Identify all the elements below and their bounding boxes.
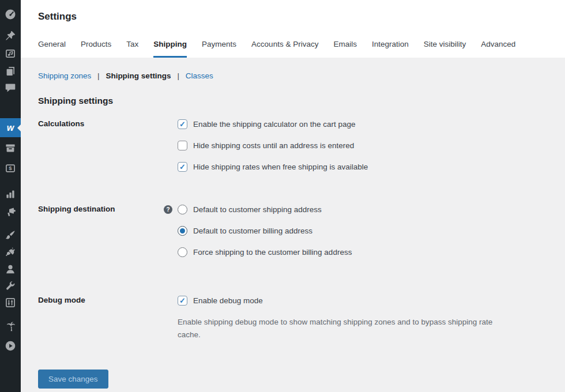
tab-integration[interactable]: Integration bbox=[372, 40, 409, 58]
debug-mode-label: Debug mode bbox=[38, 295, 178, 304]
checkbox[interactable]: ✓ bbox=[178, 119, 187, 129]
subnav-separator: | bbox=[97, 71, 100, 80]
subnav-current-shipping-settings: Shipping settings bbox=[106, 71, 171, 80]
debug-mode-description: Enable shipping debug mode to show match… bbox=[178, 316, 512, 342]
check-icon: ✓ bbox=[179, 120, 186, 128]
radio[interactable] bbox=[178, 205, 187, 214]
dollar-box-icon: $ bbox=[5, 163, 16, 174]
tab-shipping[interactable]: Shipping bbox=[153, 40, 187, 58]
option-label: Default to customer billing address bbox=[193, 227, 312, 235]
shipping-subnav: Shipping zones | Shipping settings | Cla… bbox=[38, 71, 548, 80]
checkbox[interactable]: ✓ bbox=[178, 141, 187, 150]
comment-bubble-icon bbox=[5, 82, 16, 93]
woocommerce-icon: w bbox=[7, 123, 14, 133]
sidebar-item-pages[interactable] bbox=[0, 63, 21, 80]
help-icon[interactable]: ? bbox=[164, 205, 172, 214]
check-icon: ✓ bbox=[179, 297, 186, 304]
sidebar-item-posts[interactable] bbox=[0, 27, 21, 44]
sidebar-item-plugins[interactable] bbox=[0, 243, 21, 261]
main-area: Settings General Products Tax Shipping P… bbox=[21, 0, 565, 392]
tab-payments[interactable]: Payments bbox=[202, 40, 236, 58]
sidebar-item-settings[interactable] bbox=[0, 294, 21, 311]
section-heading: Shipping settings bbox=[38, 96, 548, 106]
megaphone-icon bbox=[5, 206, 16, 218]
option-label: Force shipping to the customer billing a… bbox=[193, 248, 352, 257]
option-force-billing-address[interactable]: Force shipping to the customer billing a… bbox=[178, 246, 548, 258]
sidebar-item-payments[interactable]: $ bbox=[0, 160, 21, 177]
tab-advanced[interactable]: Advanced bbox=[481, 40, 515, 58]
woocommerce-settings-page: w $ Settings General Products Tax Shippi… bbox=[0, 0, 565, 392]
shipping-destination-label: Shipping destination bbox=[38, 203, 178, 213]
option-default-shipping-address[interactable]: Default to customer shipping address bbox=[178, 203, 548, 216]
sidebar-item-palm-plugin[interactable] bbox=[0, 318, 21, 336]
calculations-row: Calculations ✓ Enable the shipping calcu… bbox=[38, 118, 548, 173]
pushpin-icon bbox=[5, 30, 16, 42]
sidebar-item-marketing[interactable] bbox=[0, 203, 21, 221]
checkbox[interactable]: ✓ bbox=[178, 162, 187, 172]
option-label: Enable the shipping calculator on the ca… bbox=[193, 120, 355, 129]
subnav-link-classes[interactable]: Classes bbox=[186, 71, 213, 80]
sliders-icon bbox=[5, 297, 16, 308]
option-label: Enable debug mode bbox=[193, 296, 263, 305]
tab-site-visibility[interactable]: Site visibility bbox=[424, 40, 466, 58]
sidebar-item-products[interactable] bbox=[0, 140, 21, 157]
archive-box-icon bbox=[5, 142, 16, 154]
checkbox[interactable]: ✓ bbox=[178, 296, 187, 306]
palm-tree-icon bbox=[5, 321, 16, 333]
shipping-destination-row: Shipping destination ? Default to custom… bbox=[38, 203, 548, 258]
sidebar-item-dashboard[interactable] bbox=[0, 6, 21, 23]
subnav-link-shipping-zones[interactable]: Shipping zones bbox=[38, 71, 91, 80]
bar-chart-icon bbox=[5, 189, 16, 200]
sidebar-item-analytics[interactable] bbox=[0, 186, 21, 203]
wrench-icon bbox=[5, 280, 16, 292]
plug-icon bbox=[5, 246, 16, 258]
sidebar-item-media[interactable] bbox=[0, 45, 21, 62]
debug-mode-options: ✓ Enable debug mode Enable shipping debu… bbox=[178, 295, 548, 342]
tab-tax[interactable]: Tax bbox=[126, 40, 138, 58]
debug-mode-row: Debug mode ✓ Enable debug mode Enable sh… bbox=[38, 295, 548, 342]
settings-content: Shipping zones | Shipping settings | Cla… bbox=[21, 58, 565, 392]
option-enable-debug-mode[interactable]: ✓ Enable debug mode bbox=[178, 295, 548, 307]
shipping-destination-options: ? Default to customer shipping address D… bbox=[178, 203, 548, 258]
media-icon bbox=[5, 48, 16, 59]
user-icon bbox=[5, 263, 16, 275]
wp-admin-sidebar: w $ bbox=[0, 0, 21, 392]
sidebar-item-comments[interactable] bbox=[0, 79, 21, 96]
sidebar-item-tools[interactable] bbox=[0, 277, 21, 295]
settings-tabs: General Products Tax Shipping Payments A… bbox=[38, 40, 515, 58]
subnav-separator: | bbox=[177, 71, 179, 80]
option-hide-shipping-rates[interactable]: ✓ Hide shipping rates when free shipping… bbox=[178, 161, 548, 173]
settings-header: Settings General Products Tax Shipping P… bbox=[21, 0, 565, 58]
option-label: Hide shipping rates when free shipping i… bbox=[193, 163, 368, 171]
option-enable-shipping-calculator[interactable]: ✓ Enable the shipping calculator on the … bbox=[178, 118, 548, 130]
radio[interactable] bbox=[178, 247, 187, 257]
tab-general[interactable]: General bbox=[38, 40, 66, 58]
save-changes-button[interactable]: Save changes bbox=[38, 370, 108, 389]
option-default-billing-address[interactable]: Default to customer billing address bbox=[178, 225, 548, 237]
calculations-options: ✓ Enable the shipping calculator on the … bbox=[178, 118, 548, 173]
play-icon bbox=[5, 340, 16, 352]
option-label: Default to customer shipping address bbox=[193, 205, 322, 214]
calculations-label: Calculations bbox=[38, 118, 178, 128]
sidebar-item-users[interactable] bbox=[0, 261, 21, 278]
option-label: Hide shipping costs until an address is … bbox=[193, 141, 354, 150]
sidebar-item-woocommerce[interactable]: w bbox=[0, 118, 21, 137]
tab-accounts-privacy[interactable]: Accounts & Privacy bbox=[251, 40, 318, 58]
sidebar-item-video-plugin[interactable] bbox=[0, 337, 21, 355]
pages-icon bbox=[5, 66, 16, 77]
dashboard-icon bbox=[5, 9, 16, 20]
page-title: Settings bbox=[38, 11, 77, 22]
check-icon: ✓ bbox=[179, 163, 186, 171]
sidebar-item-appearance[interactable] bbox=[0, 227, 21, 244]
radio[interactable] bbox=[178, 226, 187, 236]
paintbrush-icon bbox=[5, 229, 16, 241]
tab-products[interactable]: Products bbox=[81, 40, 111, 58]
svg-text:$: $ bbox=[9, 165, 12, 171]
tab-emails[interactable]: Emails bbox=[333, 40, 357, 58]
option-hide-shipping-costs[interactable]: ✓ Hide shipping costs until an address i… bbox=[178, 140, 548, 152]
